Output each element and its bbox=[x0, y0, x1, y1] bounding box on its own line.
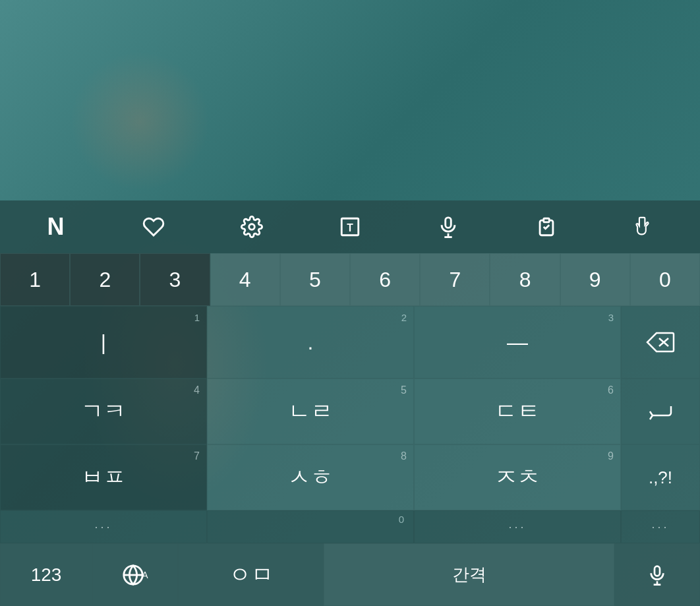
key-dash[interactable]: 3 — bbox=[414, 306, 621, 379]
key-8[interactable]: 8 bbox=[490, 253, 560, 306]
num-toggle-key[interactable]: 123 bbox=[0, 543, 92, 606]
svg-rect-11 bbox=[655, 566, 660, 576]
key-dt[interactable]: 6 ㄷㅌ bbox=[414, 379, 621, 444]
row-consonants-1: 4 ㄱㅋ 5 ㄴㄹ 6 ㄷㅌ bbox=[0, 379, 700, 444]
lang-label: A bbox=[142, 570, 148, 580]
key-label-dot: . bbox=[308, 330, 314, 355]
dots-3: ··· bbox=[651, 520, 669, 534]
key-num-4: 4 bbox=[194, 384, 200, 396]
row-punctuation: 1 | 2 . 3 — bbox=[0, 306, 700, 379]
dots-cell-1[interactable]: ··· bbox=[0, 510, 207, 543]
svg-point-0 bbox=[249, 224, 255, 230]
mic-key[interactable] bbox=[614, 543, 700, 606]
space-label: 간격 bbox=[452, 563, 486, 586]
key-pipe[interactable]: 1 | bbox=[0, 306, 207, 379]
number-row: 1 2 3 4 5 6 7 8 9 0 bbox=[0, 253, 700, 306]
key-label-nr: ㄴㄹ bbox=[288, 396, 333, 427]
toolbar: N T bbox=[0, 200, 700, 253]
key-sub-1: 1 bbox=[194, 312, 200, 323]
key-nr[interactable]: 5 ㄴㄹ bbox=[207, 379, 414, 444]
num-toggle-label: 123 bbox=[31, 564, 62, 586]
key-sh[interactable]: 8 ㅅㅎ bbox=[207, 444, 414, 510]
settings-icon[interactable] bbox=[232, 207, 272, 247]
svg-rect-3 bbox=[446, 218, 452, 228]
key-zero-sub: 0 bbox=[399, 514, 407, 525]
symbols-label: .,?! bbox=[649, 468, 672, 488]
key-label-gk: ㄱㅋ bbox=[81, 396, 126, 427]
enter-icon bbox=[647, 401, 674, 422]
key-bp[interactable]: 7 ㅂㅍ bbox=[0, 444, 207, 510]
key-num-6: 6 bbox=[608, 384, 614, 396]
row-consonants-2: 7 ㅂㅍ 8 ㅅㅎ 9 ㅈㅊ .,?! bbox=[0, 444, 700, 510]
key-0[interactable]: 0 bbox=[630, 253, 700, 306]
key-num-9: 9 bbox=[608, 450, 614, 462]
key-5[interactable]: 5 bbox=[280, 253, 350, 306]
enter-key[interactable] bbox=[621, 379, 700, 444]
key-label-dash: — bbox=[507, 330, 528, 355]
key-num-5: 5 bbox=[401, 384, 407, 396]
space-key[interactable]: 간격 bbox=[324, 543, 614, 606]
key-num-7: 7 bbox=[194, 450, 200, 462]
clipboard-icon[interactable] bbox=[527, 207, 566, 247]
key-6[interactable]: 6 bbox=[350, 253, 420, 306]
key-gk[interactable]: 4 ㄱㅋ bbox=[0, 379, 207, 444]
key-label-jch: ㅈㅊ bbox=[495, 462, 540, 493]
key-num-8: 8 bbox=[401, 450, 407, 462]
key-label-pipe: | bbox=[101, 330, 106, 355]
key-sub-2: 2 bbox=[401, 312, 407, 323]
backspace-key[interactable] bbox=[621, 306, 700, 379]
key-label-sh: ㅅㅎ bbox=[288, 462, 333, 493]
dots-cell-2[interactable]: ··· bbox=[414, 510, 621, 543]
key-sub-3: 3 bbox=[608, 312, 614, 323]
key-3[interactable]: 3 bbox=[140, 253, 210, 306]
keyboard-container: N T 1 2 3 4 bbox=[0, 200, 700, 606]
svg-rect-6 bbox=[543, 218, 549, 222]
gesture-icon[interactable] bbox=[624, 207, 664, 247]
dots-row: ··· 0 ··· ··· bbox=[0, 510, 700, 543]
key-4[interactable]: 4 bbox=[210, 253, 280, 306]
bottom-row: 123 A ㅇㅁ 간격 bbox=[0, 543, 700, 606]
key-1[interactable]: 1 bbox=[0, 253, 70, 306]
heart-icon[interactable] bbox=[134, 207, 173, 247]
key-7[interactable]: 7 bbox=[420, 253, 490, 306]
backspace-icon bbox=[646, 332, 675, 353]
microphone-icon[interactable] bbox=[428, 207, 468, 247]
naver-logo: N bbox=[36, 207, 75, 247]
key-2[interactable]: 2 bbox=[70, 253, 140, 306]
dots-2: ··· bbox=[508, 520, 526, 534]
key-dot[interactable]: 2 . bbox=[207, 306, 414, 379]
key-9[interactable]: 9 bbox=[560, 253, 630, 306]
language-key[interactable]: A bbox=[92, 543, 178, 606]
dots-1: ··· bbox=[94, 520, 112, 534]
text-size-icon[interactable]: T bbox=[330, 207, 370, 247]
key-jch[interactable]: 9 ㅈㅊ bbox=[414, 444, 621, 510]
key-label-dt: ㄷㅌ bbox=[495, 396, 540, 427]
symbols-key[interactable]: .,?! bbox=[621, 444, 700, 510]
korean-vowels-label: ㅇㅁ bbox=[229, 560, 274, 590]
key-label-bp: ㅂㅍ bbox=[81, 462, 126, 493]
korean-vowels-key[interactable]: ㅇㅁ bbox=[178, 543, 324, 606]
dots-cell-3[interactable]: ··· bbox=[621, 510, 700, 543]
svg-text:T: T bbox=[347, 222, 353, 233]
